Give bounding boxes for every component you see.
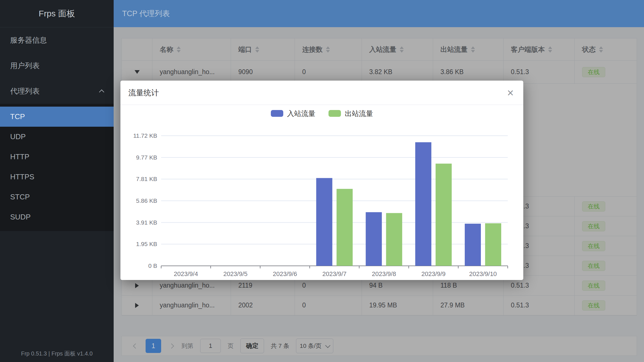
topbar: TCP 代理列表 [114, 0, 644, 27]
chart-legend: 入站流量出站流量 [120, 109, 523, 117]
column-label: 名称 [160, 45, 173, 54]
sort-descending-icon [400, 50, 404, 53]
sort-caret-icon [471, 46, 475, 53]
x-axis-tick-label: 2023/9/6 [273, 270, 297, 277]
chevron-left-icon [133, 343, 138, 348]
sort-descending-icon [599, 50, 603, 53]
sort-ascending-icon [548, 46, 552, 49]
sidebar-item-label: 服务器信息 [10, 35, 47, 45]
sort-ascending-icon [599, 46, 603, 49]
goto-page-input[interactable] [200, 339, 221, 353]
column-label: 状态 [582, 45, 596, 54]
page-size-select[interactable]: 10 条/页 [296, 339, 333, 353]
column-label: 连接数 [302, 45, 323, 54]
cell-port: 9090 [231, 61, 295, 83]
close-icon[interactable]: × [505, 87, 515, 98]
page-size-value: 10 条/页 [300, 342, 321, 350]
column-port[interactable]: 端口 [231, 38, 295, 60]
cell-status: 在线 [575, 61, 637, 83]
sidebar-item-http[interactable]: HTTP [0, 147, 114, 167]
chevron-right-icon [169, 343, 174, 348]
dialog-title: 流量统计 [128, 88, 159, 98]
sidebar-item-label: HTTP [10, 152, 29, 161]
sort-caret-icon [599, 46, 603, 53]
sidebar: Frps 面板 服务器信息用户列表代理列表TCPUDPHTTPHTTPSSTCP… [0, 0, 114, 362]
table-header-row: 名称端口连接数入站流量出站流量客户端版本状态 [122, 38, 637, 61]
y-axis-tick-label: 5.86 KB [136, 197, 157, 204]
next-page-button[interactable] [168, 344, 175, 348]
expand-row-button[interactable] [122, 296, 152, 315]
legend-item-outbound[interactable]: 出站流量 [329, 109, 373, 118]
sidebar-item-proxy-list[interactable]: 代理列表 [0, 78, 114, 104]
cell-status: 在线 [575, 197, 637, 216]
triangle-down-icon [135, 70, 140, 74]
page-number-button[interactable]: 1 [146, 339, 161, 353]
sort-ascending-icon [326, 46, 330, 49]
sidebar-item-label: UDP [10, 132, 26, 141]
status-badge: 在线 [582, 221, 605, 231]
sidebar-item-tcp[interactable]: TCP [0, 107, 114, 127]
sidebar-item-sudp[interactable]: SUDP [0, 207, 114, 227]
sort-descending-icon [548, 50, 552, 53]
sidebar-item-https[interactable]: HTTPS [0, 167, 114, 187]
column-label: 入站流量 [369, 45, 396, 54]
bar-outbound [337, 189, 353, 266]
legend-swatch-icon [329, 110, 341, 117]
cell-status: 在线 [575, 216, 637, 236]
cell-status: 在线 [575, 236, 637, 256]
bar-inbound [465, 224, 481, 266]
column-connections[interactable]: 连接数 [295, 38, 362, 60]
goto-page-label: 到第 [181, 342, 193, 350]
total-count: 共 7 条 [271, 342, 289, 350]
sort-caret-icon [400, 46, 404, 53]
sidebar-item-label: STCP [10, 193, 30, 201]
sidebar-item-label: 用户列表 [10, 61, 40, 71]
legend-swatch-icon [271, 110, 283, 117]
sort-caret-icon [548, 46, 552, 53]
prev-page-button[interactable] [132, 344, 139, 348]
pagination-bar: 1 到第 页 确定 共 7 条 10 条/页 [122, 336, 637, 356]
cell-outbound: 3.86 KB [433, 61, 503, 83]
column-name[interactable]: 名称 [152, 38, 231, 60]
y-axis-tick-label: 1.95 KB [136, 241, 157, 247]
sidebar-item-label: 代理列表 [10, 86, 40, 96]
sort-ascending-icon [471, 46, 475, 49]
sidebar-item-udp[interactable]: UDP [0, 127, 114, 147]
sidebar-item-stcp[interactable]: STCP [0, 187, 114, 207]
sidebar-item-server-info[interactable]: 服务器信息 [0, 27, 114, 53]
y-axis-tick-label: 9.77 KB [136, 154, 157, 161]
cell-name: yanghuanglin_ho... [152, 61, 231, 83]
legend-item-inbound[interactable]: 入站流量 [271, 109, 315, 118]
sidebar-item-label: SUDP [10, 213, 31, 221]
cell-client-version: 0.51.3 [503, 61, 575, 83]
column-label: 端口 [238, 45, 252, 54]
column-inbound-traffic[interactable]: 入站流量 [362, 38, 433, 60]
legend-label: 入站流量 [287, 109, 315, 118]
confirm-button[interactable]: 确定 [240, 339, 264, 353]
bar-outbound [485, 223, 501, 266]
cell-connections: 0 [295, 296, 362, 315]
expand-column-header [122, 38, 152, 60]
cell-client-version: 0.51.3 [503, 296, 575, 315]
cell-status: 在线 [575, 276, 637, 295]
sidebar-item-user-list[interactable]: 用户列表 [0, 53, 114, 78]
sort-descending-icon [255, 50, 259, 53]
sort-caret-icon [177, 46, 181, 53]
column-outbound-traffic[interactable]: 出站流量 [433, 38, 503, 60]
chevron-down-icon [325, 343, 330, 348]
status-badge: 在线 [582, 67, 605, 77]
collapse-row-button[interactable] [122, 61, 152, 83]
column-status[interactable]: 状态 [575, 38, 637, 60]
column-client-version[interactable]: 客户端版本 [503, 38, 575, 60]
triangle-right-icon [135, 303, 139, 308]
cell-name: yanghuanglin_ho... [152, 296, 231, 315]
triangle-right-icon [135, 283, 139, 288]
traffic-bar-chart: 0 B1.95 KB3.91 KB5.86 KB7.81 KB9.77 KB11… [120, 117, 523, 279]
sort-descending-icon [471, 50, 475, 53]
sort-ascending-icon [255, 46, 259, 49]
dialog-header: 流量统计 × [120, 81, 523, 105]
table-row: yanghuanglin_ho...909003.82 KB3.86 KB0.5… [122, 61, 637, 84]
sort-descending-icon [326, 50, 330, 53]
app-title: Frps 面板 [0, 0, 114, 27]
y-axis-tick-label: 3.91 KB [136, 219, 157, 226]
